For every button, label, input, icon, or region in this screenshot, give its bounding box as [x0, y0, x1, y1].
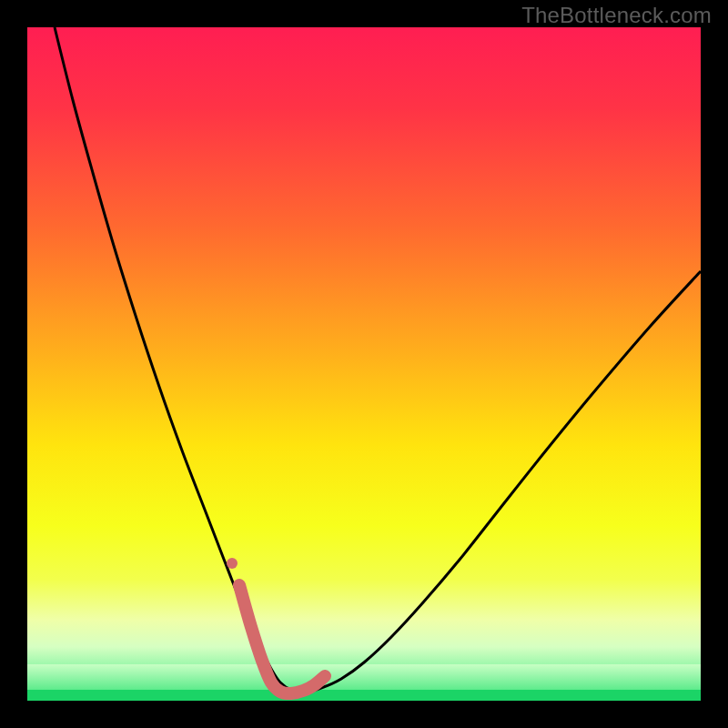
watermark-text: TheBottleneck.com [521, 3, 712, 28]
chart-plot-area [27, 27, 701, 701]
bottleneck-curve [55, 27, 701, 692]
chart-svg [27, 27, 701, 701]
svg-point-0 [227, 558, 238, 569]
optimal-range-marker [227, 558, 325, 693]
